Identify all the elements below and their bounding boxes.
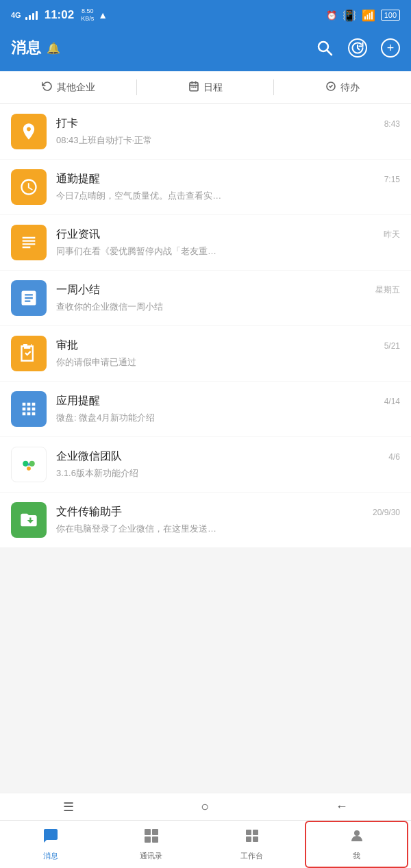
message-time-weekly: 星期五: [375, 284, 400, 296]
app-header: 消息 🔔 +: [0, 30, 411, 71]
status-right: ⏰ 📳 📶 100: [326, 9, 400, 22]
message-item-daka[interactable]: 打卡 8:43 08:43上班自动打卡·正常: [0, 104, 411, 159]
message-item-weekly[interactable]: 一周小结 星期五 查收你的企业微信一周小结: [0, 271, 411, 325]
signal-bars: [25, 10, 38, 20]
message-content-commute: 通勤提醒 7:15 今日7点晴朗，空气质量优。点击查看实…: [56, 172, 400, 202]
contacts-nav-label: 通讯录: [140, 851, 162, 861]
message-content-weekly: 一周小结 星期五 查收你的企业微信一周小结: [56, 283, 400, 313]
nav-me[interactable]: 我: [305, 821, 408, 868]
message-item-wechat-team[interactable]: 企业微信团队 4/6 3.1.6版本新功能介绍: [0, 437, 411, 492]
message-time-approval: 5/21: [384, 341, 400, 351]
svg-point-22: [354, 830, 360, 836]
message-title-file-transfer: 文件传输助手: [56, 505, 122, 519]
network-speed: 8.50 KB/s: [81, 8, 94, 23]
status-bar: 4G 11:02 8.50 KB/s ▲ ⏰ 📳 📶 100: [0, 0, 411, 30]
time: 11:02: [45, 8, 74, 22]
message-preview-file-transfer: 你在电脑登录了企业微信，在这里发送…: [56, 523, 400, 535]
avatar-wechat-team: [11, 447, 47, 482]
nav-messages[interactable]: 消息: [0, 821, 101, 868]
message-time-app-reminder: 4/14: [384, 397, 400, 406]
other-company-icon: [42, 81, 53, 95]
todo-icon: [325, 81, 336, 95]
message-title-commute: 通勤提醒: [56, 172, 100, 186]
avatar-file-transfer: [11, 502, 47, 538]
back-button[interactable]: ←: [336, 799, 348, 814]
svg-rect-18: [246, 830, 251, 835]
message-item-approval[interactable]: 审批 5/21 你的请假申请已通过: [0, 326, 411, 381]
todo-label: 待办: [340, 82, 360, 94]
home-button[interactable]: ○: [201, 799, 209, 815]
network-type: 4G: [11, 11, 21, 19]
contacts-nav-icon: [143, 828, 160, 848]
message-content-app-reminder: 应用提醒 4/14 微盘: 微盘4月新功能介绍: [56, 394, 400, 424]
avatar-approval: [11, 336, 47, 371]
avatar-app-reminder: [11, 391, 47, 427]
bottom-navigation: 消息 通讯录 工作台: [0, 820, 411, 868]
sub-nav-todo[interactable]: 待办: [274, 71, 411, 103]
search-button[interactable]: [315, 38, 334, 58]
schedule-label: 日程: [203, 82, 223, 94]
alarm-icon: ⏰: [326, 10, 337, 21]
ear-icon: 🔔: [47, 42, 60, 55]
nav-workbench[interactable]: 工作台: [201, 821, 302, 868]
svg-rect-17: [152, 836, 158, 843]
message-content-wechat-team: 企业微信团队 4/6 3.1.6版本新功能介绍: [56, 449, 400, 480]
message-list: 打卡 8:43 08:43上班自动打卡·正常 通勤提醒 7:15 今日7点晴朗，…: [0, 104, 411, 627]
nav-contacts[interactable]: 通讯录: [101, 821, 201, 868]
message-title-industry: 行业资讯: [56, 227, 100, 242]
message-time-industry: 昨天: [384, 229, 400, 240]
sub-nav-other-company[interactable]: 其他企业: [0, 71, 137, 103]
message-content-approval: 审批 5/21 你的请假申请已通过: [56, 338, 400, 369]
svg-line-1: [327, 51, 332, 55]
system-navigation-bar: ☰ ○ ←: [0, 793, 411, 820]
message-preview-industry: 同事们在看《爱优腾暂停内战「老友重…: [56, 245, 400, 258]
message-time-wechat-team: 4/6: [388, 452, 400, 462]
message-time-file-transfer: 20/9/30: [373, 508, 400, 517]
me-nav-label: 我: [353, 851, 360, 861]
add-button[interactable]: +: [381, 38, 400, 58]
messages-nav-label: 消息: [43, 851, 58, 861]
svg-rect-16: [145, 836, 151, 843]
avatar-daka: [11, 114, 47, 149]
sub-nav-schedule[interactable]: 日程: [137, 71, 274, 103]
workbench-nav-label: 工作台: [240, 851, 263, 861]
message-title-approval: 审批: [56, 338, 78, 353]
message-content-industry: 行业资讯 昨天 同事们在看《爱优腾暂停内战「老友重…: [56, 227, 400, 258]
svg-rect-15: [152, 829, 158, 835]
message-preview-app-reminder: 微盘: 微盘4月新功能介绍: [56, 412, 400, 424]
message-preview-approval: 你的请假申请已通过: [56, 356, 400, 369]
svg-point-10: [23, 461, 28, 467]
message-content-daka: 打卡 8:43 08:43上班自动打卡·正常: [56, 116, 400, 147]
sub-navigation: 其他企业 日程 待办: [0, 71, 411, 104]
message-title-wechat-team: 企业微信团队: [56, 449, 122, 464]
avatar-weekly: [11, 280, 47, 316]
vibrate-icon: 📳: [342, 9, 356, 22]
message-item-commute[interactable]: 通勤提醒 7:15 今日7点晴朗，空气质量优。点击查看实…: [0, 160, 411, 214]
svg-rect-19: [253, 830, 258, 835]
status-left: 4G 11:02 8.50 KB/s ▲: [11, 8, 108, 23]
message-time-daka: 8:43: [384, 119, 400, 129]
battery-icon: 100: [381, 10, 400, 21]
wifi-direction-icon: ▲: [98, 10, 108, 21]
avatar-commute: [11, 169, 47, 205]
message-title-weekly: 一周小结: [56, 283, 100, 297]
message-item-file-transfer[interactable]: 文件传输助手 20/9/30 你在电脑登录了企业微信，在这里发送…: [0, 493, 411, 547]
message-title-daka: 打卡: [56, 116, 78, 131]
messages-nav-icon: [42, 828, 59, 848]
workbench-nav-icon: [244, 828, 260, 848]
message-item-industry[interactable]: 行业资讯 昨天 同事们在看《爱优腾暂停内战「老友重…: [0, 215, 411, 270]
other-company-label: 其他企业: [57, 82, 95, 94]
message-preview-weekly: 查收你的企业微信一周小结: [56, 301, 400, 313]
message-content-file-transfer: 文件传输助手 20/9/30 你在电脑登录了企业微信，在这里发送…: [56, 505, 400, 535]
message-title-app-reminder: 应用提醒: [56, 394, 100, 408]
history-button[interactable]: [348, 38, 367, 58]
svg-point-12: [27, 467, 31, 471]
svg-point-13: [27, 463, 30, 466]
message-preview-commute: 今日7点晴朗，空气质量优。点击查看实…: [56, 190, 400, 202]
menu-button[interactable]: ☰: [63, 799, 74, 815]
message-item-app-reminder[interactable]: 应用提醒 4/14 微盘: 微盘4月新功能介绍: [0, 382, 411, 436]
svg-rect-20: [246, 836, 251, 842]
page-title: 消息: [11, 38, 41, 58]
message-time-commute: 7:15: [384, 175, 400, 184]
me-nav-icon: [349, 828, 365, 848]
